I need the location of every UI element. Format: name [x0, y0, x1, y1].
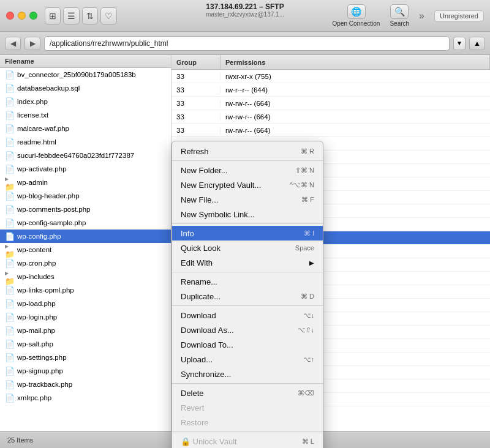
view-toolbar-group[interactable]: ☰: [63, 7, 80, 24]
menu-shortcut: ^⌥⌘ N: [290, 181, 314, 189]
list-item[interactable]: 📄wp-trackback.php: [0, 378, 171, 391]
group-cell: 33: [172, 127, 221, 134]
list-item[interactable]: 📄sucuri-febbdee64760a023fd1f772387: [0, 149, 171, 162]
file-name-label: wp-content: [17, 246, 51, 253]
sidebar-toggle-icon[interactable]: ⊞: [49, 11, 56, 21]
table-row[interactable]: 33rw-rw-r-- (664): [172, 97, 490, 110]
list-item[interactable]: 📄wp-links-opml.php: [0, 283, 171, 297]
close-button[interactable]: [6, 12, 14, 20]
bookmark-toolbar-group[interactable]: ♡: [100, 7, 117, 24]
path-dropdown[interactable]: ▼: [453, 37, 466, 50]
more-chevron-icon[interactable]: »: [419, 10, 424, 21]
file-name-label: wp-signup.php: [17, 367, 63, 375]
table-row[interactable]: 33rw-r--r-- (644): [172, 83, 490, 97]
list-item[interactable]: 📄index.php: [0, 95, 171, 108]
list-item[interactable]: 📄wp-activate.php: [0, 162, 171, 176]
go-button[interactable]: ▲: [469, 37, 485, 50]
list-item[interactable]: 📄wp-config-sample.php: [0, 216, 171, 230]
list-item[interactable]: 📄wp-cron.php: [0, 256, 171, 270]
file-icon: 📄: [5, 313, 15, 322]
file-icon: 📄: [5, 97, 15, 106]
menu-item[interactable]: Download As...⌥⇧↓: [172, 323, 323, 337]
traffic-lights: [6, 12, 37, 20]
permissions-cell: rw-rw-r-- (664): [221, 100, 490, 107]
table-row[interactable]: 33rw-rw-r-- (664): [172, 124, 490, 137]
menu-item[interactable]: Delete⌘⌫: [172, 386, 323, 400]
menu-item[interactable]: Rename...: [172, 274, 323, 289]
permissions-cell: rw-rw-r-- (664): [221, 113, 490, 121]
list-view-icon[interactable]: ☰: [67, 11, 75, 21]
bookmark-icon[interactable]: ♡: [105, 11, 113, 21]
menu-item[interactable]: Synchronize...: [172, 367, 323, 381]
list-item[interactable]: 📄wp-salt.php: [0, 337, 171, 351]
file-items-container: 📄bv_connector_25bf090b179a005183b📄databa…: [0, 68, 171, 405]
list-item[interactable]: 📄wp-comments-post.php: [0, 203, 171, 216]
menu-item-label: New Folder...: [181, 166, 228, 175]
menu-item-label: Download To...: [181, 340, 233, 349]
menu-item[interactable]: New Encrypted Vault...^⌥⌘ N: [172, 177, 323, 192]
path-input[interactable]: /applications/rrezhrwwrn/public_html: [44, 36, 450, 51]
list-item[interactable]: 📄wp-load.php: [0, 297, 171, 310]
list-item[interactable]: 📄xmlrpc.php: [0, 391, 171, 405]
file-name-label: license.txt: [17, 111, 48, 119]
list-item[interactable]: 📄bv_connector_25bf090b179a005183b: [0, 68, 171, 81]
forward-button[interactable]: ▶: [24, 37, 40, 50]
menu-item-label: Revert: [181, 403, 204, 413]
list-item[interactable]: 📄wp-login.php: [0, 310, 171, 324]
menu-item[interactable]: Upload...⌥↑: [172, 352, 323, 367]
folder-icon: 📁: [5, 241, 15, 259]
menu-item[interactable]: Download To...: [172, 337, 323, 352]
menu-item-label: Refresh: [181, 147, 209, 156]
menu-item-label: New Encrypted Vault...: [181, 181, 261, 190]
list-item[interactable]: 📁wp-includes: [0, 270, 171, 283]
back-button[interactable]: ◀: [5, 37, 21, 50]
file-name-label: wp-load.php: [17, 300, 56, 307]
menu-item[interactable]: Edit With▶: [172, 255, 323, 270]
list-item[interactable]: 📁wp-admin: [0, 176, 171, 189]
title-bar: ⊞ ☰ ⇅ ♡ 137.184.69.221 – SFTP master_rxk…: [0, 0, 490, 32]
nav-toolbar-group[interactable]: ⊞: [45, 7, 61, 24]
file-icon: 📄: [5, 394, 15, 403]
search-button[interactable]: 🔍 Search: [390, 4, 409, 27]
list-item[interactable]: 📄malcare-waf.php: [0, 122, 171, 135]
menu-item[interactable]: New File...⌘ F: [172, 192, 323, 207]
list-item[interactable]: 📄wp-settings.php: [0, 351, 171, 364]
menu-item: Restore: [172, 415, 323, 430]
menu-item[interactable]: Refresh⌘ R: [172, 144, 323, 159]
menu-item-label: Delete: [181, 389, 204, 398]
menu-item[interactable]: Duplicate...⌘ D: [172, 289, 323, 304]
list-item[interactable]: 📁wp-content: [0, 243, 171, 256]
maximize-button[interactable]: [29, 12, 37, 20]
list-item[interactable]: 📄wp-signup.php: [0, 364, 171, 378]
list-item[interactable]: 📄wp-mail.php: [0, 324, 171, 337]
menu-item-label: Download As...: [181, 326, 234, 335]
menu-item[interactable]: Info⌘ I: [172, 226, 323, 241]
list-item[interactable]: 📄databasebackup.sql: [0, 81, 171, 95]
list-item[interactable]: 📄wp-blog-header.php: [0, 189, 171, 203]
file-name-label: wp-login.php: [17, 313, 57, 321]
menu-item[interactable]: Download⌥↓: [172, 308, 323, 323]
menu-shortcut: ⌥⇧↓: [298, 326, 315, 334]
minimize-button[interactable]: [18, 12, 26, 20]
table-row[interactable]: 33rw-rw-r-- (664): [172, 110, 490, 124]
menu-item-label: Download: [181, 311, 216, 320]
list-item[interactable]: 📄readme.html: [0, 135, 171, 149]
transfer-icon[interactable]: ⇅: [86, 11, 94, 21]
file-icon: 📄: [5, 353, 15, 362]
file-name-label: wp-config.php: [17, 233, 61, 240]
open-connection-button[interactable]: 🌐 Open Connection: [333, 4, 380, 27]
toolbar-icons: ⊞ ☰ ⇅ ♡: [45, 7, 117, 24]
list-item[interactable]: 📄wp-config.php: [0, 230, 171, 243]
menu-separator: [172, 431, 323, 432]
list-item[interactable]: 📄license.txt: [0, 108, 171, 122]
menu-item[interactable]: New Folder...⇧⌘ N: [172, 163, 323, 177]
filename-column-header: Filename: [0, 55, 171, 68]
file-name-label: xmlrpc.php: [17, 394, 51, 401]
menu-item-label: Upload...: [181, 355, 213, 364]
file-icon: 📄: [5, 232, 15, 241]
menu-item[interactable]: Quick LookSpace: [172, 241, 323, 255]
table-row[interactable]: 33rwxr-xr-x (755): [172, 70, 490, 83]
group-cell: 33: [172, 73, 221, 80]
action-toolbar-group[interactable]: ⇅: [82, 7, 98, 24]
menu-item[interactable]: New Symbolic Link...: [172, 207, 323, 222]
